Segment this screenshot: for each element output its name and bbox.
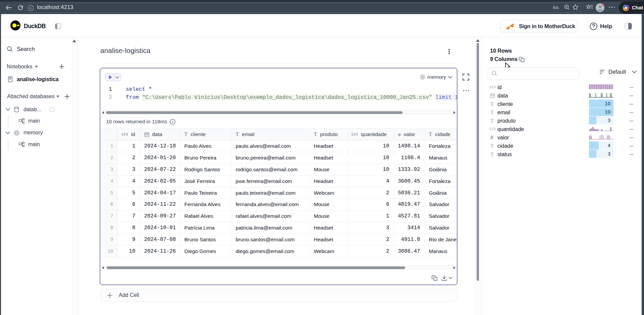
svg-text:17: 17	[145, 134, 148, 136]
svg-text:17: 17	[491, 95, 494, 98]
